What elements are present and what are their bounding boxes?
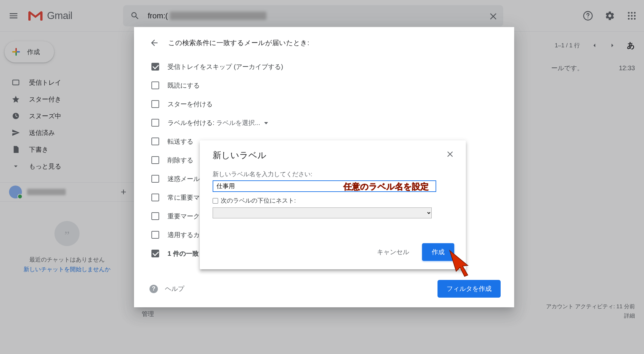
svg-point-10 [628, 18, 630, 19]
redacted-text [170, 12, 266, 20]
sidebar-item-label: 下書き [29, 145, 48, 154]
checkbox[interactable] [151, 81, 159, 89]
chevron-right-icon[interactable] [609, 42, 616, 49]
hangouts-user-row[interactable]: + [0, 182, 134, 202]
modal-title: 新しいラベル [213, 149, 266, 161]
cancel-button[interactable]: キャンセル [377, 248, 409, 256]
star-icon [12, 95, 20, 103]
svg-point-5 [631, 12, 632, 14]
filter-option[interactable]: 既読にする [151, 76, 501, 95]
filter-option-label: スターを付ける [168, 100, 213, 109]
help-icon[interactable] [583, 11, 593, 21]
nest-checkbox[interactable] [213, 198, 218, 204]
search-input[interactable]: from:( [148, 11, 266, 20]
compose-button[interactable]: 作成 [5, 41, 54, 62]
search-box[interactable]: from:( [123, 5, 503, 26]
checkbox[interactable] [151, 119, 159, 127]
svg-rect-13 [13, 80, 19, 85]
close-icon[interactable] [446, 149, 454, 158]
mail-time: 12:33 [619, 64, 635, 72]
filter-option-label: 削除する [168, 156, 193, 165]
filter-option-label: 適用するカ [168, 231, 200, 239]
sidebar-item-label: もっと見る [29, 162, 61, 171]
svg-rect-1 [40, 12, 43, 21]
apps-grid-icon[interactable] [627, 11, 637, 21]
sidebar-item-snoozed[interactable]: スヌーズ中 [0, 108, 134, 124]
mail-row-fragment: ールです。 12:33 [551, 64, 635, 72]
checkbox[interactable] [151, 231, 159, 239]
nest-parent-select[interactable] [213, 207, 432, 218]
input-method-indicator[interactable]: あ [627, 40, 635, 51]
svg-point-11 [631, 18, 632, 19]
avatar [9, 186, 22, 198]
filter-option-label: 迷惑メール [168, 175, 200, 183]
search-icon[interactable] [130, 11, 140, 21]
annotation-arrow-icon [448, 249, 476, 277]
checkbox[interactable] [151, 138, 159, 145]
filter-panel-heading: この検索条件に一致するメールが届いたとき: [168, 38, 309, 47]
chevron-left-icon[interactable] [591, 42, 598, 49]
sidebar-item-more[interactable]: もっと見る [0, 158, 134, 175]
sidebar-item-sent[interactable]: 送信済み [0, 124, 134, 141]
sidebar: 作成 受信トレイ スター付き スヌーズ中 送信済み 下書き もっと見る [0, 32, 134, 354]
help-label: ヘルプ [165, 284, 184, 293]
checkbox[interactable] [151, 194, 159, 201]
checkbox[interactable] [151, 212, 159, 220]
mail-snippet: ールです。 [551, 64, 583, 72]
sidebar-item-label: スター付き [29, 95, 61, 104]
gmail-logo-icon [28, 10, 43, 21]
sidebar-item-label: スヌーズ中 [29, 112, 61, 120]
checkbox[interactable] [151, 175, 159, 183]
filter-option[interactable]: ラベルを付ける: ラベルを選択... [151, 113, 501, 132]
activity-line: アカウント アクティビティ: 11 分前 [546, 302, 635, 311]
plus-icon[interactable]: + [120, 187, 126, 197]
create-filter-button[interactable]: フィルタを作成 [437, 280, 501, 298]
filter-option-label: 常に重要マ [168, 193, 200, 202]
clock-icon [12, 112, 20, 120]
annotation-text: 任意のラベル名を設定 [343, 181, 429, 192]
plus-icon [11, 47, 21, 57]
checkbox[interactable] [151, 100, 159, 108]
pagination-text: 1–1 / 1 行 [555, 42, 580, 49]
hangouts-icon: ” [54, 221, 80, 246]
nest-label: 次のラベルの下位にネスト: [221, 196, 296, 205]
filter-option-label: 重要マーク [168, 212, 200, 221]
svg-point-12 [634, 18, 636, 19]
sidebar-item-starred[interactable]: スター付き [0, 91, 134, 108]
filter-option-label: 転送する [168, 137, 193, 146]
svg-point-7 [628, 15, 630, 16]
help-link[interactable]: ? ヘルプ [149, 284, 184, 293]
back-arrow-icon[interactable] [149, 38, 159, 48]
gmail-logo[interactable]: Gmail [28, 10, 72, 22]
filter-option[interactable]: スターを付ける [151, 95, 501, 113]
inbox-icon [12, 78, 20, 87]
svg-rect-0 [28, 12, 31, 21]
svg-point-3 [588, 17, 589, 18]
new-label-modal: 新しいラベル 新しいラベル名を入力してください: 次のラベルの下位にネスト: キ… [200, 140, 466, 269]
filter-option-label: 既読にする [168, 81, 200, 90]
gmail-logo-text: Gmail [47, 10, 72, 22]
chevron-down-icon [12, 162, 20, 170]
file-icon [12, 145, 20, 154]
filter-option[interactable]: 受信トレイをスキップ (アーカイブする) [151, 57, 501, 76]
checkbox[interactable] [151, 250, 159, 257]
svg-point-4 [628, 12, 630, 14]
gear-icon[interactable] [605, 11, 615, 21]
close-icon[interactable] [488, 11, 498, 21]
main-menu-icon[interactable] [8, 11, 19, 21]
filter-option-label: ラベルを付ける: ラベルを選択... [168, 119, 268, 127]
manage-link[interactable]: 管理 [142, 310, 154, 318]
chat-start-link[interactable]: 新しいチャットを開始しませんか [0, 265, 134, 273]
sidebar-item-drafts[interactable]: 下書き [0, 141, 134, 158]
send-icon [12, 129, 20, 137]
svg-point-6 [634, 12, 636, 14]
filter-option-label: 受信トレイをスキップ (アーカイブする) [168, 62, 283, 71]
checkbox[interactable] [151, 63, 159, 71]
activity-details-link[interactable]: 詳細 [546, 311, 635, 321]
compose-label: 作成 [27, 48, 40, 56]
svg-point-8 [631, 15, 632, 16]
sidebar-item-label: 受信トレイ [29, 78, 61, 87]
checkbox[interactable] [151, 156, 159, 164]
redacted-text [27, 189, 66, 195]
sidebar-item-inbox[interactable]: 受信トレイ [0, 74, 134, 91]
